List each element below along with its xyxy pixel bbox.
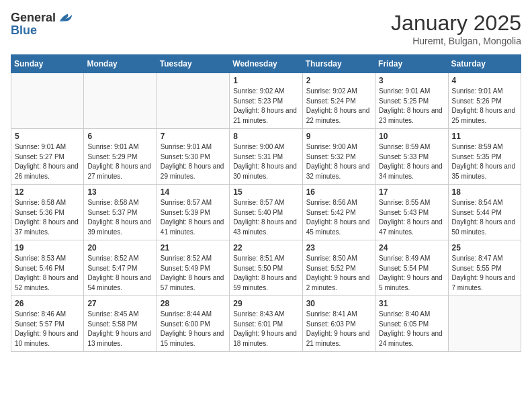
- day-number: 3: [379, 76, 444, 85]
- calendar-cell: 5Sunrise: 9:01 AM Sunset: 5:27 PM Daylig…: [11, 129, 84, 185]
- week-row-5: 26Sunrise: 8:46 AM Sunset: 5:57 PM Dayli…: [11, 296, 521, 352]
- calendar-cell: 15Sunrise: 8:57 AM Sunset: 5:40 PM Dayli…: [230, 185, 302, 240]
- weekday-header-tuesday: Tuesday: [157, 55, 229, 73]
- calendar-cell: 29Sunrise: 8:43 AM Sunset: 6:01 PM Dayli…: [230, 296, 302, 352]
- calendar-cell: 28Sunrise: 8:44 AM Sunset: 6:00 PM Dayli…: [157, 296, 229, 352]
- day-info: Sunrise: 8:55 AM Sunset: 5:43 PM Dayligh…: [379, 198, 444, 237]
- day-number: 11: [452, 132, 517, 141]
- calendar-cell: 27Sunrise: 8:45 AM Sunset: 5:58 PM Dayli…: [84, 296, 157, 352]
- day-info: Sunrise: 9:01 AM Sunset: 5:26 PM Dayligh…: [452, 87, 517, 126]
- weekday-header-monday: Monday: [84, 55, 157, 73]
- day-info: Sunrise: 8:58 AM Sunset: 5:37 PM Dayligh…: [87, 198, 152, 237]
- week-row-3: 12Sunrise: 8:58 AM Sunset: 5:36 PM Dayli…: [11, 185, 521, 240]
- day-number: 26: [15, 299, 80, 308]
- calendar-cell: 9Sunrise: 9:00 AM Sunset: 5:32 PM Daylig…: [302, 129, 375, 185]
- calendar-cell: 1Sunrise: 9:02 AM Sunset: 5:23 PM Daylig…: [230, 73, 302, 129]
- day-number: 5: [15, 132, 80, 141]
- calendar-table: SundayMondayTuesdayWednesdayThursdayFrid…: [11, 54, 521, 352]
- calendar-cell: 26Sunrise: 8:46 AM Sunset: 5:57 PM Dayli…: [11, 296, 84, 352]
- calendar-cell: 23Sunrise: 8:50 AM Sunset: 5:52 PM Dayli…: [302, 240, 375, 296]
- day-number: 4: [452, 76, 517, 85]
- week-row-1: 1Sunrise: 9:02 AM Sunset: 5:23 PM Daylig…: [11, 73, 521, 129]
- logo-blue: Blue: [11, 24, 73, 36]
- day-number: 31: [379, 299, 444, 308]
- day-info: Sunrise: 8:46 AM Sunset: 5:57 PM Dayligh…: [15, 310, 80, 349]
- day-info: Sunrise: 8:47 AM Sunset: 5:55 PM Dayligh…: [452, 254, 517, 293]
- day-number: 16: [306, 187, 371, 197]
- logo-bird-icon: [57, 11, 73, 24]
- logo: General Blue: [11, 11, 73, 36]
- calendar-cell: 7Sunrise: 9:01 AM Sunset: 5:30 PM Daylig…: [157, 129, 229, 185]
- day-info: Sunrise: 9:00 AM Sunset: 5:31 PM Dayligh…: [233, 142, 298, 181]
- weekday-header-saturday: Saturday: [448, 55, 521, 73]
- calendar-cell: 22Sunrise: 8:51 AM Sunset: 5:50 PM Dayli…: [230, 240, 302, 296]
- weekday-header-row: SundayMondayTuesdayWednesdayThursdayFrid…: [11, 55, 521, 73]
- day-info: Sunrise: 9:02 AM Sunset: 5:23 PM Dayligh…: [233, 87, 298, 126]
- calendar-cell: [84, 73, 157, 129]
- day-info: Sunrise: 8:49 AM Sunset: 5:54 PM Dayligh…: [379, 254, 444, 293]
- month-title: January 2025: [391, 11, 521, 36]
- day-info: Sunrise: 8:45 AM Sunset: 5:58 PM Dayligh…: [87, 310, 152, 349]
- calendar-cell: 10Sunrise: 8:59 AM Sunset: 5:33 PM Dayli…: [375, 129, 448, 185]
- day-number: 7: [161, 132, 226, 141]
- day-number: 24: [379, 243, 444, 253]
- day-number: 13: [87, 187, 152, 197]
- calendar-cell: 12Sunrise: 8:58 AM Sunset: 5:36 PM Dayli…: [11, 185, 84, 240]
- day-number: 20: [87, 243, 152, 253]
- day-number: 14: [161, 187, 226, 197]
- day-info: Sunrise: 8:44 AM Sunset: 6:00 PM Dayligh…: [161, 310, 226, 349]
- calendar-cell: [11, 73, 84, 129]
- day-number: 15: [233, 187, 298, 197]
- calendar-cell: 21Sunrise: 8:52 AM Sunset: 5:49 PM Dayli…: [157, 240, 229, 296]
- calendar-cell: 19Sunrise: 8:53 AM Sunset: 5:46 PM Dayli…: [11, 240, 84, 296]
- day-info: Sunrise: 8:59 AM Sunset: 5:33 PM Dayligh…: [379, 142, 444, 181]
- day-number: 18: [452, 187, 517, 197]
- weekday-header-thursday: Thursday: [302, 55, 375, 73]
- calendar-cell: 24Sunrise: 8:49 AM Sunset: 5:54 PM Dayli…: [375, 240, 448, 296]
- logo-general: General: [11, 11, 73, 24]
- day-number: 6: [87, 132, 152, 141]
- day-info: Sunrise: 8:59 AM Sunset: 5:35 PM Dayligh…: [452, 142, 517, 181]
- day-number: 12: [15, 187, 80, 197]
- calendar-cell: 13Sunrise: 8:58 AM Sunset: 5:37 PM Dayli…: [84, 185, 157, 240]
- day-number: 30: [306, 299, 371, 308]
- week-row-4: 19Sunrise: 8:53 AM Sunset: 5:46 PM Dayli…: [11, 240, 521, 296]
- calendar-cell: 18Sunrise: 8:54 AM Sunset: 5:44 PM Dayli…: [448, 185, 521, 240]
- day-info: Sunrise: 9:01 AM Sunset: 5:29 PM Dayligh…: [87, 142, 152, 181]
- title-block: January 2025 Huremt, Bulgan, Mongolia: [391, 11, 521, 46]
- calendar-cell: 17Sunrise: 8:55 AM Sunset: 5:43 PM Dayli…: [375, 185, 448, 240]
- day-info: Sunrise: 8:57 AM Sunset: 5:39 PM Dayligh…: [161, 198, 226, 237]
- day-info: Sunrise: 9:02 AM Sunset: 5:24 PM Dayligh…: [306, 87, 371, 126]
- weekday-header-friday: Friday: [375, 55, 448, 73]
- calendar-cell: [157, 73, 229, 129]
- calendar-cell: 11Sunrise: 8:59 AM Sunset: 5:35 PM Dayli…: [448, 129, 521, 185]
- day-info: Sunrise: 9:01 AM Sunset: 5:25 PM Dayligh…: [379, 87, 444, 126]
- day-info: Sunrise: 8:40 AM Sunset: 6:05 PM Dayligh…: [379, 310, 444, 349]
- calendar-cell: 31Sunrise: 8:40 AM Sunset: 6:05 PM Dayli…: [375, 296, 448, 352]
- calendar-cell: 14Sunrise: 8:57 AM Sunset: 5:39 PM Dayli…: [157, 185, 229, 240]
- day-number: 28: [161, 299, 226, 308]
- calendar-cell: 2Sunrise: 9:02 AM Sunset: 5:24 PM Daylig…: [302, 73, 375, 129]
- day-info: Sunrise: 8:53 AM Sunset: 5:46 PM Dayligh…: [15, 254, 80, 293]
- day-number: 17: [379, 187, 444, 197]
- calendar-cell: 25Sunrise: 8:47 AM Sunset: 5:55 PM Dayli…: [448, 240, 521, 296]
- day-number: 27: [87, 299, 152, 308]
- day-info: Sunrise: 9:01 AM Sunset: 5:27 PM Dayligh…: [15, 142, 80, 181]
- weekday-header-wednesday: Wednesday: [230, 55, 302, 73]
- day-info: Sunrise: 8:52 AM Sunset: 5:47 PM Dayligh…: [87, 254, 152, 293]
- day-number: 23: [306, 243, 371, 253]
- page-header: General Blue January 2025 Huremt, Bulgan…: [11, 11, 521, 46]
- day-number: 10: [379, 132, 444, 141]
- day-info: Sunrise: 9:01 AM Sunset: 5:30 PM Dayligh…: [161, 142, 226, 181]
- day-number: 2: [306, 76, 371, 85]
- day-number: 19: [15, 243, 80, 253]
- day-number: 9: [306, 132, 371, 141]
- day-number: 1: [233, 76, 298, 85]
- week-row-2: 5Sunrise: 9:01 AM Sunset: 5:27 PM Daylig…: [11, 129, 521, 185]
- day-info: Sunrise: 8:51 AM Sunset: 5:50 PM Dayligh…: [233, 254, 298, 293]
- day-info: Sunrise: 9:00 AM Sunset: 5:32 PM Dayligh…: [306, 142, 371, 181]
- day-info: Sunrise: 8:43 AM Sunset: 6:01 PM Dayligh…: [233, 310, 298, 349]
- day-info: Sunrise: 8:41 AM Sunset: 6:03 PM Dayligh…: [306, 310, 371, 349]
- calendar-cell: 8Sunrise: 9:00 AM Sunset: 5:31 PM Daylig…: [230, 129, 302, 185]
- weekday-header-sunday: Sunday: [11, 55, 84, 73]
